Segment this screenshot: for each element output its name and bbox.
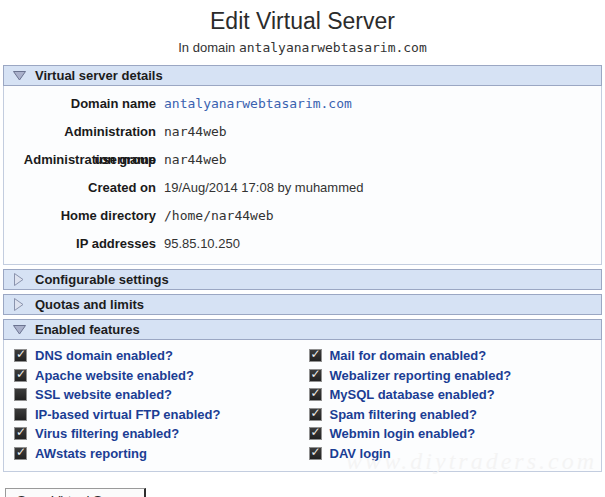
feature-label: Mail for domain enabled? (330, 348, 487, 363)
detail-row-created-on: Created on 19/Aug/2014 17:08 by muhammed (4, 174, 601, 202)
collapse-triangle-right-icon[interactable] (12, 298, 26, 311)
section-title: Enabled features (35, 322, 140, 337)
virus-filtering-checkbox[interactable] (14, 427, 27, 440)
detail-label: Administration group (4, 146, 164, 174)
feature-webmin-login: Webmin login enabled? (303, 424, 598, 444)
feature-apache-website: Apache website enabled? (8, 366, 303, 386)
collapse-triangle-down-icon[interactable] (12, 325, 26, 335)
collapse-triangle-down-icon[interactable] (12, 71, 26, 81)
section-title: Configurable settings (35, 272, 169, 287)
section-title: Quotas and limits (35, 297, 144, 312)
section-header-configurable-settings[interactable]: Configurable settings (3, 269, 602, 290)
feature-label: IP-based virtual FTP enabled? (35, 407, 220, 422)
detail-row-home-directory: Home directory /home/nar44web (4, 202, 601, 230)
subtitle-prefix: In domain (178, 40, 235, 55)
awstats-reporting-checkbox[interactable] (14, 447, 27, 460)
detail-row-admin-username: Administration username nar44web (4, 118, 601, 146)
feature-dns-domain: DNS domain enabled? (8, 346, 303, 366)
save-virtual-server-button[interactable]: Save Virtual Server (5, 488, 146, 497)
feature-virus-filtering: Virus filtering enabled? (8, 424, 303, 444)
feature-webalizer-reporting: Webalizer reporting enabled? (303, 366, 598, 386)
feature-label: DAV login (330, 446, 391, 461)
dns-domain-checkbox[interactable] (14, 349, 27, 362)
created-on-value: 19/Aug/2014 17:08 by muhammed (164, 174, 363, 202)
mail-for-domain-checkbox[interactable] (309, 349, 322, 362)
feature-ip-based-ftp: IP-based virtual FTP enabled? (8, 405, 303, 425)
section-header-virtual-server-details[interactable]: Virtual server details (3, 65, 602, 86)
feature-label: Webalizer reporting enabled? (330, 368, 512, 383)
detail-label: Home directory (4, 202, 164, 230)
features-left-column: DNS domain enabled? Apache website enabl… (8, 346, 303, 463)
mysql-database-checkbox[interactable] (309, 388, 322, 401)
feature-label: Virus filtering enabled? (35, 426, 179, 441)
feature-label: AWstats reporting (35, 446, 147, 461)
webmin-login-checkbox[interactable] (309, 427, 322, 440)
admin-username-value: nar44web (164, 118, 227, 146)
ip-based-ftp-checkbox[interactable] (14, 408, 27, 421)
feature-label: DNS domain enabled? (35, 348, 173, 363)
detail-label: Created on (4, 174, 164, 202)
section-title: Virtual server details (35, 68, 163, 83)
section-enabled-features: Enabled features DNS domain enabled? Apa… (3, 319, 602, 472)
feature-awstats-reporting: AWstats reporting (8, 444, 303, 464)
detail-row-admin-group: Administration group nar44web (4, 146, 601, 174)
feature-label: MySQL database enabled? (330, 387, 495, 402)
feature-label: Apache website enabled? (35, 368, 194, 383)
feature-ssl-website: SSL website enabled? (8, 385, 303, 405)
ip-addresses-value: 95.85.10.250 (164, 230, 240, 258)
detail-label: Domain name (4, 90, 164, 118)
domain-name-value: antalyanarwebtasarim.com (164, 90, 352, 118)
home-directory-value: /home/nar44web (164, 202, 274, 230)
section-header-quotas-and-limits[interactable]: Quotas and limits (3, 294, 602, 315)
webalizer-reporting-checkbox[interactable] (309, 369, 322, 382)
feature-label: SSL website enabled? (35, 387, 172, 402)
spam-filtering-checkbox[interactable] (309, 408, 322, 421)
enabled-features-grid: DNS domain enabled? Apache website enabl… (3, 340, 602, 472)
section-quotas-and-limits: Quotas and limits (3, 294, 602, 315)
feature-dav-login: DAV login (303, 444, 598, 464)
details-table: Domain name antalyanarwebtasarim.com Adm… (3, 86, 602, 265)
detail-row-ip-addresses: IP addresses 95.85.10.250 (4, 230, 601, 258)
feature-spam-filtering: Spam filtering enabled? (303, 405, 598, 425)
section-configurable-settings: Configurable settings (3, 269, 602, 290)
ssl-website-checkbox[interactable] (14, 388, 27, 401)
feature-label: Spam filtering enabled? (330, 407, 477, 422)
detail-label: IP addresses (4, 230, 164, 258)
section-header-enabled-features[interactable]: Enabled features (3, 319, 602, 340)
detail-row-domain-name: Domain name antalyanarwebtasarim.com (4, 90, 601, 118)
page-subtitle: In domain antalyanarwebtasarim.com (3, 40, 602, 55)
collapse-triangle-right-icon[interactable] (12, 273, 26, 286)
subtitle-domain: antalyanarwebtasarim.com (239, 40, 427, 55)
apache-website-checkbox[interactable] (14, 369, 27, 382)
feature-mysql-database: MySQL database enabled? (303, 385, 598, 405)
feature-mail-for-domain: Mail for domain enabled? (303, 346, 598, 366)
features-right-column: Mail for domain enabled? Webalizer repor… (303, 346, 598, 463)
dav-login-checkbox[interactable] (309, 447, 322, 460)
section-virtual-server-details: Virtual server details Domain name antal… (3, 65, 602, 265)
page-title: Edit Virtual Server (3, 8, 602, 35)
feature-label: Webmin login enabled? (330, 426, 476, 441)
edit-virtual-server-page: Edit Virtual Server In domain antalyanar… (0, 0, 605, 497)
admin-group-value: nar44web (164, 146, 227, 174)
